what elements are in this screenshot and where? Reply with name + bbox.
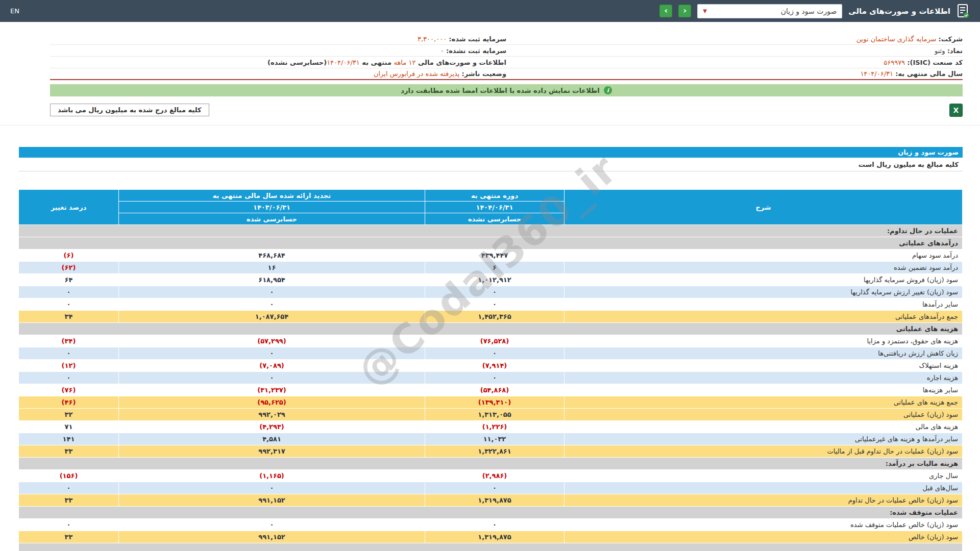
change-value-cell: ۳۳: [19, 445, 119, 458]
row-label-cell: سایر درآمدها: [565, 298, 963, 311]
statement-row: عملیات در حال تداوم:: [19, 225, 963, 237]
company-info-cell: سرمایه ثبت شده: ۳,۳۰۰,۰۰۰: [50, 35, 506, 43]
row-label-cell: سود (زیان) فروش سرمایه گذاریها: [565, 274, 963, 286]
col-header-current-date: ۱۴۰۴/۰۶/۳۱: [425, 202, 565, 213]
prior-value-cell: (۱,۱۶۵): [119, 470, 425, 482]
change-value-cell: ۰: [19, 286, 119, 298]
info-value-link[interactable]: سرمایه گذاری ساختمان نوین: [856, 35, 939, 43]
col-header-current-audit: حسابرسی نشده: [425, 213, 565, 225]
info-value-link[interactable]: ۵۶۹۹۷۹: [884, 59, 907, 66]
info-value-link[interactable]: پذیرفته شده در فرابورس ایران: [374, 70, 462, 78]
prior-value-cell: ۹۹۲,۰۲۹: [119, 409, 425, 421]
current-value-cell: ۱,۳۱۳,۰۵۵: [425, 409, 565, 421]
info-value-link[interactable]: ۱۴۰۴/۰۶/۳۱: [327, 59, 360, 66]
language-toggle-en[interactable]: EN: [10, 7, 19, 15]
prior-value-cell: ۰: [119, 298, 425, 311]
row-label-cell: هزینه اجاره: [565, 372, 963, 384]
current-value-cell: ۶: [425, 262, 565, 274]
unit-note-box: کلیه مبالغ درج شده به میلیون ریال می باش…: [50, 104, 209, 116]
statement-row: سود (زیان) فروش سرمایه گذاریها۱,۰۱۲,۹۱۲۶…: [19, 274, 963, 286]
section-header-cell: درآمدهای عملیاتی: [19, 237, 963, 249]
current-value-cell: ۰: [425, 482, 565, 494]
statement-row: سایر درآمدها۰۰۰: [19, 298, 963, 311]
excel-export-icon[interactable]: X: [949, 104, 963, 117]
change-value-cell: ۳۴: [19, 311, 119, 323]
current-value-cell: (۷,۹۱۴): [425, 360, 565, 372]
change-value-cell: (۷۶): [19, 384, 119, 396]
statement-row: هزینه مالیات بر درآمد:: [19, 458, 963, 470]
statement-row: سایر درآمدها و هزینه های غیرعملیاتی۱۱,۰۳…: [19, 433, 963, 445]
current-value-cell: ۱,۳۱۹,۸۷۵: [425, 531, 565, 543]
section-header-cell: عملیات متوقف شده:: [19, 507, 963, 519]
report-type-select[interactable]: صورت سود و زیان ▼: [697, 4, 842, 18]
row-label-cell: سود (زیان) تغییر ارزش سرمایه گذاریها: [565, 286, 963, 298]
prior-value-cell: ۹۹۱,۱۵۲: [119, 494, 425, 507]
change-value-cell: (۱۵۶): [19, 470, 119, 482]
col-header-prior-date: ۱۴۰۳/۰۶/۳۱: [119, 202, 425, 213]
statement-title-bar: صورت سود و زیان: [19, 147, 963, 158]
current-value-cell: ۰: [425, 519, 565, 531]
current-value-cell: ۱,۳۲۲,۸۶۱: [425, 445, 565, 458]
statement-row: سال‌های قبل۰۰۰: [19, 482, 963, 494]
prev-statement-button[interactable]: ‹: [678, 5, 691, 17]
change-value-cell: ۰: [19, 298, 119, 311]
company-info-cell: نماد: وثنو: [506, 47, 963, 55]
change-value-cell: ۰: [19, 347, 119, 360]
change-value-cell: (۶۲): [19, 262, 119, 274]
info-text: سرمایه ثبت نشده:: [446, 47, 506, 55]
company-info-cell: وضعیت ناشر: پذیرفته شده در فرابورس ایران: [50, 70, 506, 78]
current-value-cell: (۱,۲۲۶): [425, 421, 565, 433]
statement-unit-note: کلیه مبالغ به میلیون ریال است: [19, 158, 963, 171]
prior-value-cell: ۴۶۸,۶۸۴: [119, 249, 425, 262]
current-value-cell: (۲,۹۸۶): [425, 470, 565, 482]
info-text: ۰: [440, 47, 446, 55]
info-text: منتهی به: [360, 59, 394, 66]
statement-row: سود (زیان) تغییر ارزش سرمایه گذاریها۰۰۰: [19, 286, 963, 298]
col-header-description: شرح: [565, 190, 963, 225]
row-label-cell: هزینه استهلاک: [565, 360, 963, 372]
row-label-cell: هزینه های حقوق، دستمزد و مزایا: [565, 335, 963, 347]
statement-row: درآمد سود تضمین شده۶۱۶(۶۲): [19, 262, 963, 274]
statement-row: سود (زیان) خالص عملیات متوقف شده۰۰۰: [19, 519, 963, 531]
statement-row: سود (زیان) عملیات در حال تداوم قبل از ما…: [19, 445, 963, 458]
next-statement-button[interactable]: ›: [659, 5, 672, 17]
change-value-cell: (۴۶): [19, 396, 119, 409]
current-value-cell: (۷۶,۵۲۸): [425, 335, 565, 347]
change-value-cell: ۱۴۱: [19, 433, 119, 445]
prior-value-cell: ۴,۵۸۱: [119, 433, 425, 445]
current-value-cell: ۰: [425, 286, 565, 298]
info-text: اطلاعات و صورت‌های مالی: [415, 59, 506, 66]
row-label-cell: سایر درآمدها و هزینه های غیرعملیاتی: [565, 433, 963, 445]
statement-row: سایر هزینه‌ها(۵۴,۸۶۸)(۳۱,۲۳۷)(۷۶): [19, 384, 963, 396]
change-value-cell: (۳۴): [19, 335, 119, 347]
signature-match-notice: i اطلاعات نمایش داده شده با اطلاعات امضا…: [50, 84, 963, 96]
prior-value-cell: (۴,۲۹۳): [119, 421, 425, 433]
prior-value-cell: ۶۱۸,۹۵۴: [119, 274, 425, 286]
prior-value-cell: (۳۱,۲۳۷): [119, 384, 425, 396]
prior-value-cell: ۰: [119, 347, 425, 360]
row-label-cell: سایر هزینه‌ها: [565, 384, 963, 396]
page-divider: [0, 125, 980, 126]
report-document-icon[interactable]: [957, 4, 970, 19]
current-value-cell: ۱,۳۱۹,۸۷۵: [425, 494, 565, 507]
info-value-link[interactable]: ۱۴۰۴/۰۶/۳۱: [860, 70, 895, 78]
info-text: وضعیت ناشر:: [462, 70, 506, 78]
prior-value-cell: ۱۶: [119, 262, 425, 274]
change-value-cell: (۱۲): [19, 360, 119, 372]
col-header-current-period: دوره منتهی به: [425, 190, 565, 202]
statement-row: هزینه های حقوق، دستمزد و مزایا(۷۶,۵۲۸)(۵…: [19, 335, 963, 347]
topbar: اطلاعات و صورت‌های مالی صورت سود و زیان …: [0, 0, 980, 22]
info-icon: i: [604, 86, 612, 94]
row-label-cell: سود (زیان) خالص عملیات متوقف شده: [565, 519, 963, 531]
row-label-cell: جمع درآمدهای عملیاتی: [565, 311, 963, 323]
current-value-cell: ۰: [425, 298, 565, 311]
statement-row: هزینه های مالی(۱,۲۲۶)(۴,۲۹۳)۷۱: [19, 421, 963, 433]
notice-text: اطلاعات نمایش داده شده با اطلاعات امضا ش…: [401, 87, 600, 94]
statement-row: هزینه استهلاک(۷,۹۱۴)(۷,۰۸۹)(۱۲): [19, 360, 963, 372]
company-info-row: نماد: وثنوسرمایه ثبت نشده: ۰: [50, 45, 963, 57]
change-value-cell: ۰: [19, 519, 119, 531]
info-value-link[interactable]: ۳,۳۰۰,۰۰۰: [418, 35, 449, 43]
statement-row: سود (زیان) خالص۱,۳۱۹,۸۷۵۹۹۱,۱۵۲۳۳: [19, 531, 963, 543]
info-value-link[interactable]: ۱۲ ماهه: [394, 59, 416, 66]
info-text: وثنو: [935, 47, 947, 55]
